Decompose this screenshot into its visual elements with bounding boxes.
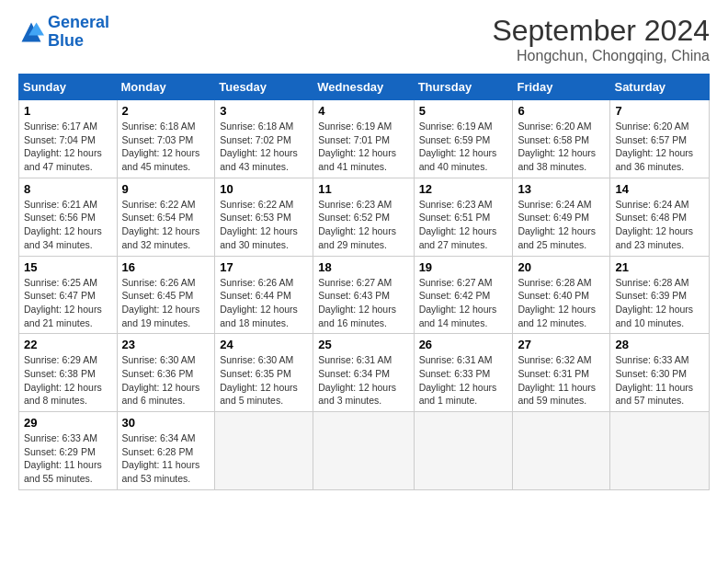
calendar-cell: 26Sunrise: 6:31 AM Sunset: 6:33 PM Dayli… [414,334,513,412]
day-details: Sunrise: 6:24 AM Sunset: 6:49 PM Dayligh… [518,198,605,252]
calendar-cell: 8Sunrise: 6:21 AM Sunset: 6:56 PM Daylig… [19,178,118,256]
day-details: Sunrise: 6:29 AM Sunset: 6:38 PM Dayligh… [24,353,112,408]
day-number: 8 [24,182,112,196]
day-number: 13 [518,182,605,196]
page: General Blue September 2024 Hongchun, Ch… [0,0,728,563]
day-number: 22 [24,338,112,351]
day-number: 18 [318,260,408,274]
day-details: Sunrise: 6:20 AM Sunset: 6:58 PM Dayligh… [518,120,605,174]
calendar-cell [313,412,414,490]
calendar-cell [513,412,610,490]
day-details: Sunrise: 6:28 AM Sunset: 6:39 PM Dayligh… [615,276,704,330]
day-number: 14 [615,182,704,196]
day-details: Sunrise: 6:31 AM Sunset: 6:33 PM Dayligh… [419,353,508,408]
main-title: September 2024 [492,14,710,48]
calendar-cell: 1Sunrise: 6:17 AM Sunset: 7:04 PM Daylig… [19,100,118,178]
day-details: Sunrise: 6:27 AM Sunset: 6:43 PM Dayligh… [318,276,408,330]
day-details: Sunrise: 6:22 AM Sunset: 6:53 PM Dayligh… [220,198,308,252]
calendar-cell: 3Sunrise: 6:18 AM Sunset: 7:02 PM Daylig… [215,100,313,178]
day-details: Sunrise: 6:17 AM Sunset: 7:04 PM Dayligh… [24,120,112,174]
day-details: Sunrise: 6:19 AM Sunset: 6:59 PM Dayligh… [419,120,508,174]
calendar-cell: 21Sunrise: 6:28 AM Sunset: 6:39 PM Dayli… [610,256,710,334]
calendar-cell [215,412,313,490]
day-number: 23 [122,338,210,351]
calendar-cell: 4Sunrise: 6:19 AM Sunset: 7:01 PM Daylig… [313,100,414,178]
calendar-cell [414,412,513,490]
day-number: 7 [615,104,704,118]
logo: General Blue [18,14,109,51]
calendar-cell: 10Sunrise: 6:22 AM Sunset: 6:53 PM Dayli… [215,178,313,256]
day-details: Sunrise: 6:26 AM Sunset: 6:44 PM Dayligh… [220,276,308,330]
day-number: 29 [24,416,112,430]
day-number: 17 [220,260,308,274]
day-details: Sunrise: 6:25 AM Sunset: 6:47 PM Dayligh… [24,276,112,330]
calendar-cell: 7Sunrise: 6:20 AM Sunset: 6:57 PM Daylig… [610,100,710,178]
calendar-cell: 12Sunrise: 6:23 AM Sunset: 6:51 PM Dayli… [414,178,513,256]
calendar-cell: 29Sunrise: 6:33 AM Sunset: 6:29 PM Dayli… [19,412,118,490]
calendar: SundayMondayTuesdayWednesdayThursdayFrid… [18,74,710,490]
day-details: Sunrise: 6:31 AM Sunset: 6:34 PM Dayligh… [318,353,408,408]
day-number: 15 [24,260,112,274]
calendar-cell: 25Sunrise: 6:31 AM Sunset: 6:34 PM Dayli… [313,334,414,412]
day-details: Sunrise: 6:26 AM Sunset: 6:45 PM Dayligh… [122,276,210,330]
calendar-cell: 13Sunrise: 6:24 AM Sunset: 6:49 PM Dayli… [513,178,610,256]
logo-icon [18,19,44,45]
calendar-cell: 5Sunrise: 6:19 AM Sunset: 6:59 PM Daylig… [414,100,513,178]
day-details: Sunrise: 6:18 AM Sunset: 7:03 PM Dayligh… [122,120,210,174]
day-number: 6 [518,104,605,118]
day-details: Sunrise: 6:33 AM Sunset: 6:29 PM Dayligh… [24,431,112,486]
day-number: 10 [220,182,308,196]
day-number: 19 [419,260,508,274]
day-details: Sunrise: 6:18 AM Sunset: 7:02 PM Dayligh… [220,120,308,174]
day-number: 3 [220,104,308,118]
day-details: Sunrise: 6:21 AM Sunset: 6:56 PM Dayligh… [24,198,112,252]
day-number: 9 [122,182,210,196]
title-section: September 2024 Hongchun, Chongqing, Chin… [492,14,710,64]
calendar-cell: 2Sunrise: 6:18 AM Sunset: 7:03 PM Daylig… [117,100,215,178]
calendar-cell: 20Sunrise: 6:28 AM Sunset: 6:40 PM Dayli… [513,256,610,334]
day-number: 20 [518,260,605,274]
calendar-cell: 16Sunrise: 6:26 AM Sunset: 6:45 PM Dayli… [117,256,215,334]
day-header-thursday: Thursday [414,75,513,100]
calendar-cell: 14Sunrise: 6:24 AM Sunset: 6:48 PM Dayli… [610,178,710,256]
calendar-cell: 22Sunrise: 6:29 AM Sunset: 6:38 PM Dayli… [19,334,118,412]
day-number: 28 [615,338,704,351]
day-details: Sunrise: 6:32 AM Sunset: 6:31 PM Dayligh… [518,353,605,408]
day-details: Sunrise: 6:23 AM Sunset: 6:51 PM Dayligh… [419,198,508,252]
calendar-cell: 27Sunrise: 6:32 AM Sunset: 6:31 PM Dayli… [513,334,610,412]
subtitle: Hongchun, Chongqing, China [492,48,710,64]
day-header-monday: Monday [117,75,215,100]
day-header-wednesday: Wednesday [313,75,414,100]
day-header-sunday: Sunday [19,75,118,100]
calendar-cell: 9Sunrise: 6:22 AM Sunset: 6:54 PM Daylig… [117,178,215,256]
day-details: Sunrise: 6:19 AM Sunset: 7:01 PM Dayligh… [318,120,408,174]
day-number: 21 [615,260,704,274]
calendar-cell: 19Sunrise: 6:27 AM Sunset: 6:42 PM Dayli… [414,256,513,334]
day-details: Sunrise: 6:30 AM Sunset: 6:35 PM Dayligh… [220,353,308,408]
day-header-saturday: Saturday [610,75,710,100]
header: General Blue September 2024 Hongchun, Ch… [18,14,710,64]
day-details: Sunrise: 6:33 AM Sunset: 6:30 PM Dayligh… [615,353,704,408]
day-details: Sunrise: 6:24 AM Sunset: 6:48 PM Dayligh… [615,198,704,252]
calendar-cell: 23Sunrise: 6:30 AM Sunset: 6:36 PM Dayli… [117,334,215,412]
calendar-cell: 17Sunrise: 6:26 AM Sunset: 6:44 PM Dayli… [215,256,313,334]
calendar-cell: 18Sunrise: 6:27 AM Sunset: 6:43 PM Dayli… [313,256,414,334]
day-number: 1 [24,104,112,118]
calendar-cell: 24Sunrise: 6:30 AM Sunset: 6:35 PM Dayli… [215,334,313,412]
day-number: 11 [318,182,408,196]
day-number: 12 [419,182,508,196]
calendar-cell: 11Sunrise: 6:23 AM Sunset: 6:52 PM Dayli… [313,178,414,256]
day-details: Sunrise: 6:20 AM Sunset: 6:57 PM Dayligh… [615,120,704,174]
day-number: 4 [318,104,408,118]
calendar-cell: 15Sunrise: 6:25 AM Sunset: 6:47 PM Dayli… [19,256,118,334]
day-details: Sunrise: 6:34 AM Sunset: 6:28 PM Dayligh… [122,431,210,486]
day-header-friday: Friday [513,75,610,100]
calendar-cell: 6Sunrise: 6:20 AM Sunset: 6:58 PM Daylig… [513,100,610,178]
logo-text: General Blue [48,14,109,51]
calendar-cell [610,412,710,490]
calendar-cell: 30Sunrise: 6:34 AM Sunset: 6:28 PM Dayli… [117,412,215,490]
day-number: 5 [419,104,508,118]
day-number: 26 [419,338,508,351]
day-number: 27 [518,338,605,351]
day-number: 24 [220,338,308,351]
